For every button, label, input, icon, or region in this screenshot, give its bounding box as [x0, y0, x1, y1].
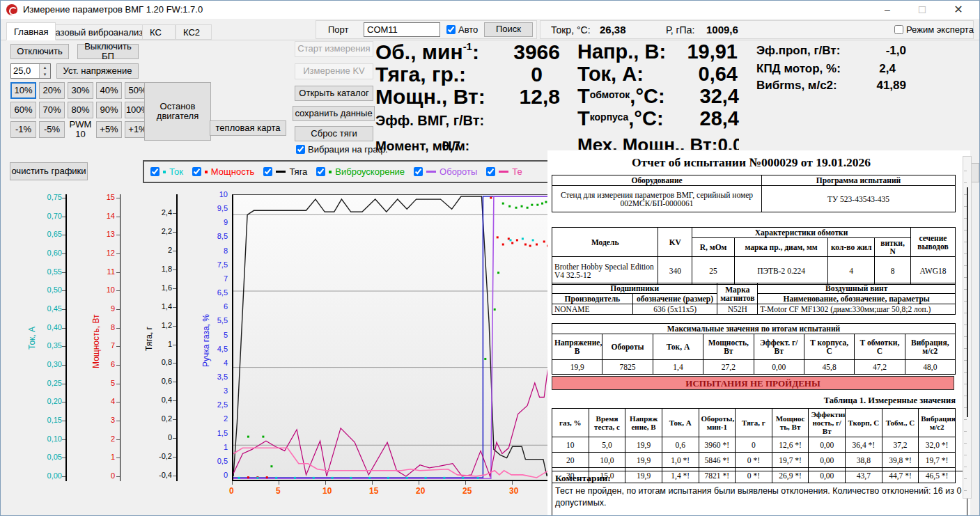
max-header-cell: Т обмотки, С [855, 334, 905, 360]
scrollbar-thumb[interactable] [967, 187, 968, 417]
voltage-stepper[interactable]: 25,0 ▲ ▼ [10, 63, 51, 79]
throttle-button-+5[interactable]: +5% [96, 121, 122, 138]
axis-tick-label: 0,30 [33, 360, 62, 368]
throttle-button-30[interactable]: 30% [68, 82, 93, 99]
axis-tick-label: 2,2 [143, 227, 172, 235]
efficiency-value [484, 113, 550, 129]
axis-tick-label: 1,5 [199, 429, 228, 437]
axis-tick-label: 0,05 [33, 453, 62, 461]
line-marker-icon [276, 171, 286, 173]
axis-tick-label: 0 [199, 471, 228, 479]
axis-tick-label: 9 [199, 218, 228, 226]
start-measure-button[interactable]: Старт измерения [295, 41, 373, 57]
set-voltage-button[interactable]: Уст. напряжение [56, 63, 139, 79]
auto-checkbox-input[interactable] [446, 25, 456, 34]
report-scrollbar[interactable] [963, 156, 972, 499]
minimize-button[interactable]: – [872, 1, 903, 19]
axis-tick-label: 2 [86, 435, 115, 443]
tab-ks2[interactable]: КС2 [176, 24, 212, 40]
spin-down-icon[interactable]: ▼ [39, 71, 50, 78]
legend-checkbox-Мощность[interactable] [192, 167, 201, 176]
comments-text: Тест не пройден, по итогам испытания был… [555, 485, 964, 509]
legend-item-Обороты: Обороты [414, 166, 477, 177]
equipment-table: Оборудование Программа испытаний Стенд д… [552, 175, 956, 212]
legend-checkbox-Обороты[interactable] [414, 167, 423, 176]
throttle-button--5[interactable]: -5% [39, 121, 65, 138]
meas-header-cell: Ток, А [662, 409, 699, 437]
clear-charts-button[interactable]: очистить графики [10, 162, 88, 180]
axis-tick-label: 8 [86, 323, 115, 331]
max-value-cell: 1,4 [653, 360, 703, 375]
motor-stop-button[interactable]: Останов двигателя [144, 82, 211, 141]
legend-checkbox-Виброускорение[interactable] [316, 167, 325, 176]
save-data-button[interactable]: сохранить данные [293, 106, 375, 121]
program-cell: ТУ 523-43543-435 [762, 186, 956, 212]
axis-tick-label: 0,15 [33, 416, 62, 424]
tab-main[interactable]: Главная [6, 22, 56, 40]
throttle-button-40[interactable]: 40% [96, 82, 122, 99]
axis-tick-label: 1 [143, 340, 172, 348]
current-readout-value: 0,64 [644, 63, 738, 86]
throttle-button-20[interactable]: 20% [39, 82, 65, 99]
close-button[interactable]: ✕ [943, 1, 974, 19]
vibration-graph-input[interactable] [296, 145, 305, 154]
manufacturer-cell: NONAME [552, 304, 633, 315]
legend-checkbox-Те[interactable] [486, 167, 495, 176]
expert-mode-checkbox[interactable]: Режим эксперта [894, 24, 974, 35]
case-temp-readout: Ткорпуса,°С: 28,4 [577, 107, 739, 130]
axis-tick-label: 10 [86, 286, 115, 294]
winding-temp-readout: Тобмоток,°С: 32,4 [577, 85, 739, 108]
throttle-button-10[interactable]: 10% [10, 82, 36, 99]
psu-off-button[interactable]: Выключить БП [77, 44, 139, 59]
throttle-button-70[interactable]: 70% [39, 102, 65, 118]
disconnect-button[interactable]: Отключить [10, 44, 69, 59]
throttle-button-PWM10[interactable]: PWM 10 [68, 121, 93, 138]
dot-marker-icon [163, 171, 166, 173]
motor-eff-readout: КПД мотор, %:2,4 [756, 62, 896, 76]
meas-header-cell: газ, % [552, 409, 589, 437]
axis-tick-label: 4,5 [199, 345, 228, 353]
axis-line [65, 194, 67, 481]
size-cell: 636 (5x11x5) [632, 304, 717, 315]
expert-mode-input[interactable] [894, 25, 903, 34]
legend-label: Ток [169, 166, 183, 177]
ambient-temp-value: 26,38 [600, 24, 626, 36]
tab-ks[interactable]: КС [142, 24, 176, 40]
spin-up-icon[interactable]: ▲ [39, 64, 50, 71]
throttle-button--1[interactable]: -1% [10, 121, 36, 138]
motor-table: Модель KV Характеристики обмотки сечение… [552, 227, 956, 285]
kv-measure-button[interactable]: Измерение KV [295, 63, 373, 79]
legend-label: Тяга [289, 166, 307, 177]
meas-value-cell: 5,0 [589, 437, 625, 453]
axis-tick-label: 1,8 [143, 265, 172, 273]
throttle-button-80[interactable]: 80% [68, 102, 93, 118]
kv-cell: 340 [658, 257, 692, 285]
meas-value-cell: 0,6 [662, 437, 699, 453]
tab-vibro[interactable]: Базовый виброанализ [42, 24, 150, 40]
axis-tick-label: 0,00 [33, 471, 62, 480]
axis-tick-label: 1,6 [143, 283, 172, 292]
throttle-button-60[interactable]: 60% [10, 102, 36, 118]
legend-item-Мощность: Мощность [192, 166, 255, 177]
legend-checkbox-Ток[interactable] [150, 167, 160, 176]
axis-tick-label: 4 [199, 359, 228, 367]
meas-value-cell: 5846 *! [699, 453, 736, 468]
max-header-cell: Обороты [602, 334, 653, 360]
search-button[interactable]: Поиск [484, 22, 533, 37]
axis-tick-label: 6,5 [199, 288, 228, 297]
r-header: R, мОм [692, 238, 735, 257]
legend-checkbox-Тяга[interactable] [263, 167, 272, 176]
max-value-cell: 45,8 [804, 360, 854, 375]
x-tick-label: 0 [229, 486, 234, 496]
auto-checkbox[interactable]: Авто [446, 24, 478, 35]
heat-map-button[interactable]: тепловая карта [210, 120, 286, 136]
open-catalog-button[interactable]: Открыть каталог [295, 86, 373, 101]
vibration-graph-checkbox[interactable]: Вибрация на граф. [296, 144, 388, 155]
port-label: Порт [328, 24, 348, 35]
throttle-button-90[interactable]: 90% [96, 102, 122, 118]
meas-value-cell: 0 *! [736, 453, 772, 468]
maximize-button[interactable]: ☐ [907, 1, 938, 19]
magnet-header: Марка магнитов [717, 283, 758, 304]
thrust-reset-button[interactable]: Сброс тяги [295, 126, 373, 141]
port-input[interactable] [364, 22, 440, 37]
